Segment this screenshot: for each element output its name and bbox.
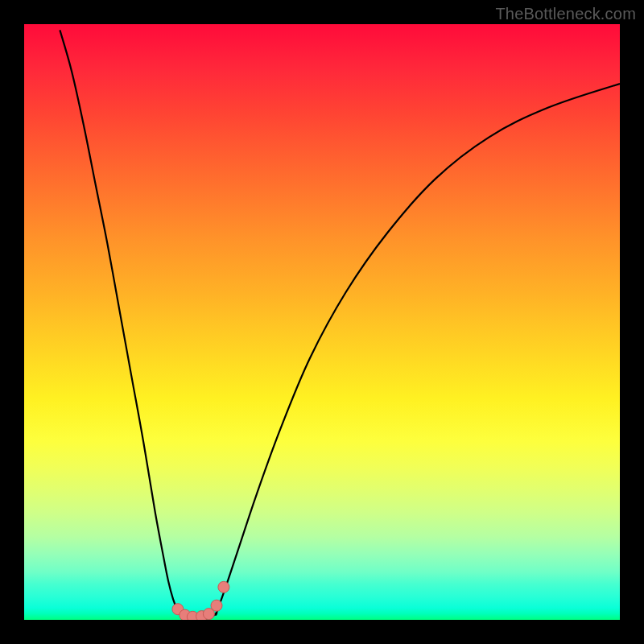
bottleneck-curve <box>60 30 620 619</box>
valley-marker <box>196 611 208 620</box>
chart-stage: TheBottleneck.com <box>0 0 644 644</box>
valley-marker <box>172 604 184 615</box>
valley-marker <box>180 609 191 620</box>
valley-marker-group <box>172 581 229 620</box>
plot-area <box>24 24 620 620</box>
valley-marker <box>218 581 229 592</box>
valley-marker <box>211 600 222 611</box>
watermark-text: TheBottleneck.com <box>495 5 636 23</box>
valley-marker <box>203 609 214 620</box>
valley-marker <box>187 611 198 620</box>
curve-layer <box>24 24 620 620</box>
